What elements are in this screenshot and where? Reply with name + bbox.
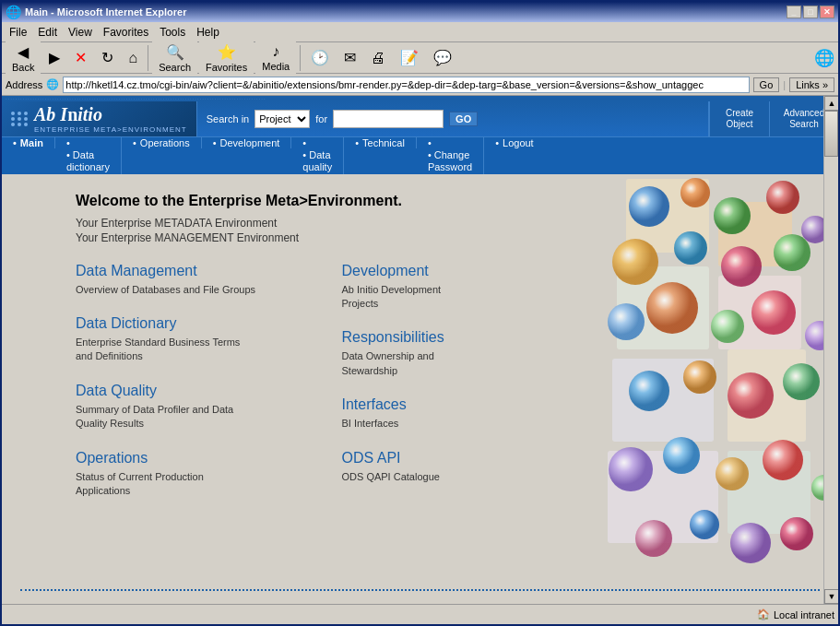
- refresh-icon: ↻: [101, 49, 113, 66]
- status-bar: 🏠 Local intranet: [2, 604, 838, 624]
- welcome-title: Welcome to the Enterprise Meta>Environme…: [76, 193, 571, 209]
- search-button[interactable]: 🔍 Search: [152, 41, 197, 76]
- operations-desc: Status of Current ProductionApplications: [76, 470, 305, 499]
- menu-view[interactable]: View: [63, 24, 98, 41]
- edit-icon: 📝: [400, 49, 419, 66]
- forward-icon: ▶: [49, 49, 60, 66]
- nav-bar: Main • Data dictionary Operations Develo…: [2, 136, 838, 174]
- close-button[interactable]: ✕: [820, 6, 834, 18]
- svg-point-23: [683, 360, 716, 394]
- nav-data-quality[interactable]: • Data quality: [291, 137, 344, 174]
- nav-logout-label: Logout: [503, 137, 534, 148]
- nav-technical[interactable]: Technical: [344, 137, 417, 148]
- logo-subtitle: ENTERPRISE META>ENVIRONMENT: [34, 125, 187, 134]
- ods-api-link[interactable]: ODS API: [342, 450, 572, 467]
- responsibilities-link[interactable]: Responsibilities: [342, 329, 572, 346]
- scroll-body[interactable]: [824, 111, 838, 589]
- media-button[interactable]: ♪ Media: [255, 41, 296, 75]
- nav-operations[interactable]: Operations: [122, 137, 202, 148]
- link-data-dictionary: Data Dictionary Enterprise Standard Busi…: [76, 315, 305, 364]
- svg-point-11: [766, 181, 799, 214]
- svg-point-33: [730, 523, 771, 563]
- main-body: Welcome to the Enterprise Meta>Environme…: [2, 174, 838, 580]
- svg-point-20: [751, 290, 796, 335]
- home-icon: ⌂: [128, 50, 137, 66]
- back-button[interactable]: ◀ Back: [6, 41, 41, 76]
- maximize-button[interactable]: □: [803, 6, 818, 18]
- svg-point-17: [608, 303, 645, 340]
- nav-main[interactable]: Main: [2, 137, 55, 148]
- development-link[interactable]: Development: [342, 263, 572, 279]
- welcome-sub-2: Your Enterprise MANAGEMENT Environment: [76, 231, 571, 244]
- logo-ab: Ab Initio: [34, 104, 102, 125]
- search-field[interactable]: [333, 110, 444, 128]
- links-separator: |: [783, 79, 786, 90]
- nav-logout[interactable]: Logout: [484, 137, 545, 148]
- menu-file[interactable]: File: [4, 24, 32, 41]
- edit-button[interactable]: 📝: [394, 46, 425, 69]
- nav-cp-label-2: Password: [428, 161, 472, 173]
- scrollbar-vertical[interactable]: ▲ ▼: [823, 96, 838, 604]
- address-bar: Address 🌐 Go | Links »: [2, 74, 838, 96]
- nav-dq-label-1: • Data: [302, 149, 330, 161]
- menu-edit[interactable]: Edit: [32, 24, 63, 41]
- nav-data-dictionary[interactable]: • Data dictionary: [55, 137, 122, 174]
- minimize-button[interactable]: _: [787, 6, 801, 18]
- go-button[interactable]: Go: [753, 77, 780, 92]
- print-button[interactable]: 🖨: [364, 47, 392, 69]
- nav-dd-label-2: dictionary: [66, 161, 110, 173]
- scroll-down-arrow[interactable]: ▼: [824, 589, 838, 604]
- search-go-button[interactable]: GO: [449, 112, 478, 126]
- history-icon: 🕑: [311, 49, 329, 66]
- decorative-svg: [598, 174, 838, 580]
- interfaces-link[interactable]: Interfaces: [342, 396, 572, 413]
- link-interfaces: Interfaces BI Interfaces: [342, 396, 572, 431]
- nav-development[interactable]: Development: [202, 137, 292, 148]
- data-dictionary-desc: Enterprise Standard Business Termsand De…: [76, 336, 305, 364]
- history-button[interactable]: 🕑: [304, 46, 336, 69]
- data-management-link[interactable]: Data Management: [76, 263, 305, 279]
- stop-button[interactable]: ✕: [68, 46, 93, 69]
- operations-link[interactable]: Operations: [76, 450, 305, 467]
- home-button[interactable]: ⌂: [122, 47, 144, 69]
- scroll-thumb[interactable]: [824, 111, 838, 157]
- address-input[interactable]: [63, 77, 749, 93]
- mail-button[interactable]: ✉: [337, 46, 362, 69]
- create-object-button[interactable]: CreateObject: [709, 101, 769, 136]
- search-select[interactable]: Project Object Table Column: [254, 110, 310, 128]
- data-quality-link[interactable]: Data Quality: [76, 383, 305, 399]
- responsibilities-desc: Data Ownership andStewardship: [342, 349, 572, 378]
- svg-point-22: [629, 371, 669, 411]
- title-bar: 🌐 Main - Microsoft Internet Explorer _ □…: [2, 2, 838, 22]
- svg-point-29: [763, 440, 803, 480]
- link-development: Development Ab Initio DevelopmentProject…: [342, 263, 572, 312]
- menu-favorites[interactable]: Favorites: [98, 24, 154, 41]
- logo-dot-8: [18, 123, 21, 126]
- bottom-divider: [20, 589, 820, 591]
- links-button[interactable]: Links »: [789, 77, 834, 92]
- svg-point-18: [646, 282, 698, 334]
- forward-button[interactable]: ▶: [42, 46, 66, 69]
- menu-help[interactable]: Help: [191, 24, 225, 41]
- links-column-right: Development Ab Initio DevelopmentProject…: [342, 263, 572, 517]
- ab-header-wrapper: ········································…: [2, 96, 838, 174]
- favorites-button[interactable]: ⭐ Favorites: [199, 41, 254, 76]
- search-icon: 🔍: [166, 43, 184, 61]
- data-dictionary-link[interactable]: Data Dictionary: [76, 315, 305, 332]
- window-controls[interactable]: _ □ ✕: [787, 6, 834, 18]
- stop-icon: ✕: [75, 49, 87, 66]
- link-data-quality: Data Quality Summary of Data Profiler an…: [76, 383, 305, 431]
- logo-text-wrap: Ab Initio ENTERPRISE META>ENVIRONMENT: [34, 104, 187, 134]
- interfaces-desc: BI Interfaces: [342, 417, 572, 431]
- svg-point-16: [774, 234, 810, 271]
- menu-tools[interactable]: Tools: [154, 24, 191, 41]
- search-area: Search in Project Object Table Column fo…: [197, 101, 708, 136]
- address-label: Address: [6, 79, 42, 90]
- nav-change-password[interactable]: • Change Password: [417, 137, 484, 174]
- svg-point-10: [714, 197, 751, 234]
- links-grid: Data Management Overview of Databases an…: [76, 263, 571, 517]
- ie-logo: 🌐: [814, 48, 834, 68]
- scroll-up-arrow[interactable]: ▲: [824, 96, 838, 111]
- discuss-button[interactable]: 💬: [427, 46, 458, 69]
- refresh-button[interactable]: ↻: [95, 46, 120, 69]
